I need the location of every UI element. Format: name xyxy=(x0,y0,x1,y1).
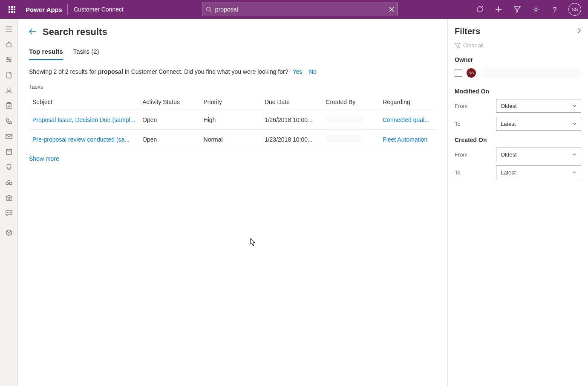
cell-due-date: 1/26/2018 10:00... xyxy=(261,110,322,130)
chevron-down-icon xyxy=(572,153,576,156)
search-icon xyxy=(206,6,212,12)
svg-point-0 xyxy=(207,7,210,11)
owner-avatar-icon: SS xyxy=(467,68,476,78)
tab-tasks[interactable]: Tasks (2) xyxy=(73,45,99,60)
filter-owner-label: Owner xyxy=(455,56,581,63)
nav-package[interactable] xyxy=(0,225,17,240)
svg-point-27 xyxy=(6,182,9,185)
modified-from-label: From xyxy=(455,103,489,109)
show-more-link[interactable]: Show more xyxy=(29,155,59,162)
clear-search-icon[interactable] xyxy=(389,7,394,12)
svg-point-16 xyxy=(9,59,11,61)
filter-modified-on-label: Modified On xyxy=(455,88,581,95)
col-regarding[interactable]: Regarding xyxy=(379,94,436,110)
svg-point-35 xyxy=(9,212,9,213)
user-avatar[interactable]: SS xyxy=(568,3,581,16)
owner-name xyxy=(480,67,581,78)
modified-to-select[interactable]: Latest xyxy=(496,117,581,131)
svg-point-18 xyxy=(8,88,10,90)
nav-bank[interactable] xyxy=(0,190,17,206)
search-box[interactable] xyxy=(202,3,398,16)
cell-created-by xyxy=(322,130,379,149)
cell-activity-status: Open xyxy=(139,110,200,130)
nav-person[interactable] xyxy=(0,83,17,98)
clear-filter-icon xyxy=(455,43,461,49)
target-icon[interactable] xyxy=(471,0,488,19)
svg-line-1 xyxy=(210,11,211,12)
feedback-no[interactable]: No xyxy=(306,68,319,75)
created-from-label: From xyxy=(455,151,489,158)
settings-button[interactable] xyxy=(527,0,545,19)
cell-priority: Normal xyxy=(200,130,261,149)
page-header: Search results xyxy=(29,26,436,38)
chevron-down-icon xyxy=(572,171,576,174)
feedback-yes[interactable]: Yes xyxy=(290,68,305,75)
nav-hamburger[interactable] xyxy=(0,21,17,37)
svg-point-7 xyxy=(535,8,537,10)
section-label: Tasks xyxy=(29,84,436,90)
back-button[interactable] xyxy=(29,29,37,36)
cell-activity-status: Open xyxy=(139,130,200,149)
nav-idea[interactable] xyxy=(0,160,17,175)
nav-clipboard[interactable] xyxy=(0,98,17,113)
tabs: Top results Tasks (2) xyxy=(29,45,436,61)
cell-due-date: 1/23/2018 10:00... xyxy=(261,130,322,149)
svg-rect-22 xyxy=(6,150,12,154)
col-subject[interactable]: Subject xyxy=(29,94,139,110)
filters-title: Filters xyxy=(455,26,480,36)
clear-all-filters[interactable]: Clear all xyxy=(455,42,581,49)
left-nav xyxy=(0,19,18,386)
subject-link[interactable]: Pre-proposal review conducted (sa... xyxy=(32,136,130,143)
svg-point-8 xyxy=(554,12,555,12)
page-title: Search results xyxy=(43,26,107,38)
nav-document[interactable] xyxy=(0,67,17,83)
subject-link[interactable]: Proposal Issue, Decision Due (sampl... xyxy=(32,116,135,123)
chevron-down-icon xyxy=(572,122,576,125)
nav-home[interactable] xyxy=(0,37,17,52)
add-button[interactable] xyxy=(490,0,507,19)
search-input[interactable] xyxy=(212,6,389,13)
filter-button[interactable] xyxy=(509,0,526,19)
regarding-link[interactable]: Connected qual... xyxy=(383,116,429,123)
table-row[interactable]: Pre-proposal review conducted (sa... Ope… xyxy=(29,130,436,149)
owner-filter-row: SS xyxy=(455,67,581,78)
nav-binoculars[interactable] xyxy=(0,175,17,190)
tab-top-results[interactable]: Top results xyxy=(29,45,63,60)
nav-chat[interactable] xyxy=(0,206,17,221)
results-summary: Showing 2 of 2 results for proposal in C… xyxy=(29,68,436,75)
svg-point-15 xyxy=(7,58,8,59)
help-button[interactable] xyxy=(546,0,563,19)
svg-point-34 xyxy=(7,212,8,213)
svg-rect-21 xyxy=(6,134,12,139)
svg-point-36 xyxy=(10,212,10,213)
results-table: Subject Activity Status Priority Due Dat… xyxy=(29,94,436,149)
cell-created-by xyxy=(322,110,379,130)
svg-point-17 xyxy=(8,61,9,62)
col-activity-status[interactable]: Activity Status xyxy=(139,94,200,110)
col-priority[interactable]: Priority xyxy=(200,94,261,110)
col-created-by[interactable]: Created By xyxy=(322,94,379,110)
filters-panel: Filters Clear all Owner SS Modified On F… xyxy=(447,19,588,386)
topbar: Power Apps Customer Connect SS xyxy=(0,0,588,19)
owner-checkbox[interactable] xyxy=(455,69,462,77)
regarding-link[interactable]: Fleet Automation xyxy=(383,136,427,143)
collapse-filters-icon[interactable] xyxy=(577,28,581,35)
modified-to-label: To xyxy=(455,121,489,127)
modified-from-select[interactable]: Oldest xyxy=(496,99,581,113)
created-to-select[interactable]: Latest xyxy=(496,165,581,179)
created-to-label: To xyxy=(455,169,489,176)
svg-point-28 xyxy=(9,182,12,185)
chevron-down-icon xyxy=(572,104,576,107)
nav-phone[interactable] xyxy=(0,113,17,129)
app-launcher-button[interactable] xyxy=(3,6,20,13)
nav-calendar[interactable] xyxy=(0,144,17,160)
main-content: Search results Top results Tasks (2) Sho… xyxy=(18,19,447,386)
table-row[interactable]: Proposal Issue, Decision Due (sampl... O… xyxy=(29,110,436,130)
nav-mail[interactable] xyxy=(0,129,17,144)
created-from-select[interactable]: Oldest xyxy=(496,148,581,161)
col-due-date[interactable]: Due Date xyxy=(261,94,322,110)
app-name: Customer Connect xyxy=(68,6,130,13)
waffle-icon xyxy=(9,6,15,13)
cell-priority: High xyxy=(200,110,261,130)
nav-adjust[interactable] xyxy=(0,52,17,67)
